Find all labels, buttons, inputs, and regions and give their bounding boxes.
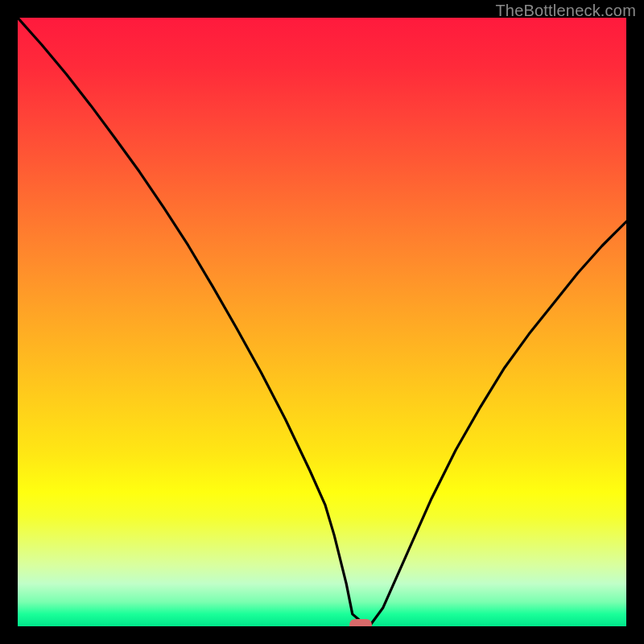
- watermark-text: TheBottleneck.com: [495, 2, 636, 20]
- bottleneck-curve: [18, 18, 626, 626]
- chart-frame: TheBottleneck.com: [0, 0, 644, 644]
- plot-area: [18, 18, 626, 626]
- optimal-marker: [349, 619, 372, 626]
